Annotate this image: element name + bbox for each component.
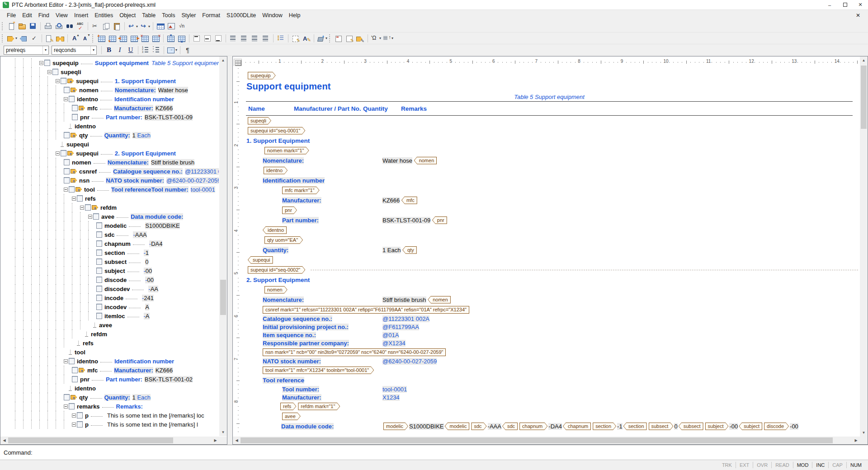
tree-row-chapnum[interactable]: chapnum-DA4 [0, 239, 219, 248]
find-button[interactable] [64, 21, 75, 31]
insert-row-above-button[interactable] [96, 33, 107, 43]
scroll-left-icon[interactable]: ◀ [233, 437, 241, 444]
tree-row-p[interactable]: pThis is some text in the [/remarks] l [0, 420, 219, 429]
menu-entities[interactable]: Entities [91, 11, 116, 19]
open-tag-modelic[interactable]: modelic [383, 423, 408, 430]
close-tag-identno[interactable]: identno [263, 226, 287, 234]
menu-edit[interactable]: Edit [19, 11, 35, 19]
tree-row-avee[interactable]: aveeData module code: [0, 212, 219, 221]
tree-row-nomen[interactable]: nomenNomenclature:Stiff bristle brush [0, 158, 219, 167]
scroll-up-icon[interactable]: ▲ [219, 56, 227, 64]
menu-format[interactable]: Format [199, 11, 223, 19]
tree-row-refdm[interactable]: refdm [0, 203, 219, 212]
tree-row-itemloc[interactable]: itemloc-A [0, 311, 219, 320]
toolbar-grip[interactable] [2, 34, 4, 42]
close-tag-nomen[interactable]: nomen [428, 296, 451, 304]
menu-object[interactable]: Object [116, 11, 139, 19]
spell-check-button[interactable] [75, 21, 86, 31]
underline-button[interactable]: U [125, 45, 136, 55]
numbered-list-button[interactable] [140, 45, 151, 55]
edit-tag-button[interactable] [18, 33, 29, 43]
decrease-font-button[interactable] [80, 33, 91, 43]
scroll-down-icon[interactable]: ▼ [860, 429, 868, 437]
open-tag-supequi[interactable]: supequi id="seq-0001" [248, 127, 305, 135]
tree-row-mfc[interactable]: mfcManufacturer:KZ666 [0, 366, 219, 375]
scroll-right-icon[interactable]: ▶ [212, 437, 219, 444]
open-tag-supeqli[interactable]: supeqli [248, 117, 271, 125]
collapse-icon[interactable] [80, 206, 84, 210]
open-tag-subsect[interactable]: subsect [649, 423, 674, 430]
undo-button[interactable]: ▾ [127, 21, 139, 31]
tree-row-tool[interactable]: tool [0, 348, 219, 357]
doc-horizontal-scrollbar[interactable]: ◀ ▶ [233, 437, 860, 444]
open-tag-section[interactable]: section [593, 423, 616, 430]
tree-row-pnr[interactable]: pnrPart number:BSK-TLST-001-02 [0, 375, 219, 384]
close-tag-qty[interactable]: qty [402, 246, 417, 254]
window-remove-button[interactable] [333, 33, 344, 43]
tree-row-supequi[interactable]: supequi1. Support Equipment [0, 76, 219, 85]
print-button[interactable] [42, 21, 53, 31]
tree-row-qty[interactable]: qtyQuantity:1 Each [0, 131, 219, 140]
tree-row-subject[interactable]: subject-00 [0, 266, 219, 275]
panel-splitter[interactable] [227, 56, 232, 445]
toolbar-grip[interactable] [329, 34, 331, 42]
open-tag-mfc[interactable]: mfc mark="1" [282, 187, 320, 194]
open-tag-csnref[interactable]: csnref mark="1" refcsn="11223301 002A" r… [263, 306, 469, 314]
close-tag-subsect[interactable]: subsect [679, 423, 703, 430]
open-tag-nomen[interactable]: nomen [264, 286, 288, 294]
indent-button[interactable]: ▾ [166, 45, 178, 55]
open-tag-sdc[interactable]: sdc [471, 423, 486, 430]
italic-button[interactable]: I [114, 45, 125, 55]
merge-up-button[interactable] [176, 33, 187, 43]
open-tag-nomen[interactable]: nomen mark="1" [264, 147, 309, 155]
scroll-right-icon[interactable]: ▶ [852, 437, 860, 444]
align-justify-button[interactable] [260, 33, 271, 43]
collapse-icon[interactable] [64, 359, 68, 363]
tree-row-refs[interactable]: refs [0, 194, 219, 203]
scroll-up-icon[interactable]: ▲ [860, 56, 868, 64]
collapse-icon[interactable] [72, 414, 76, 418]
new-document-button[interactable] [6, 21, 17, 31]
save-button[interactable] [28, 21, 38, 31]
doc-vscroll-thumb[interactable] [861, 66, 867, 129]
open-tag-tool[interactable]: tool mark="1" mfc="X1234" toolnbr="tool-… [263, 367, 374, 374]
menu-s1000dlite[interactable]: S1000DLite [223, 11, 259, 19]
menu-insert[interactable]: Insert [71, 11, 91, 19]
tree-hscroll-thumb[interactable] [8, 437, 173, 443]
check-completeness-button[interactable] [29, 33, 40, 43]
tree-row-sdc[interactable]: sdc-AAA [0, 230, 219, 239]
tree-row-identno[interactable]: identno [0, 384, 219, 393]
tree-row-identno[interactable]: identno [0, 122, 219, 131]
context-select[interactable]: reqconds ▾ [52, 46, 97, 55]
bullet-list-button[interactable] [151, 45, 162, 55]
tree-row-qty[interactable]: qtyQuantity:1 Each [0, 393, 219, 402]
element-select[interactable]: prelreqs ▾ [4, 46, 49, 55]
doc-vertical-scrollbar[interactable]: ▲ ▼ [860, 56, 868, 437]
copy-button[interactable] [101, 21, 112, 31]
open-tag-discode[interactable]: discode [764, 423, 789, 430]
close-tag-pnr[interactable]: pnr [432, 216, 447, 224]
align-right-button[interactable] [250, 33, 260, 43]
open-tag-refs[interactable]: refs [280, 403, 296, 410]
tree-row-modelic[interactable]: modelicS1000DBIKE [0, 221, 219, 230]
open-tag-supequi[interactable]: supequi id="seq-0002" [248, 266, 305, 274]
align-left-button[interactable] [228, 33, 239, 43]
cut-button[interactable] [90, 21, 101, 31]
close-tag-supequi[interactable]: supequi [248, 256, 273, 264]
document-content[interactable]: supequipSupport equipmentTable 5 Support… [243, 66, 860, 437]
close-tag-sdc[interactable]: sdc [502, 423, 518, 430]
menu-tools[interactable]: Tools [159, 11, 178, 19]
close-tag-chapnum[interactable]: chapnum [563, 423, 591, 430]
menu-help[interactable]: Help [286, 11, 304, 19]
insert-row-below-button[interactable] [107, 33, 118, 43]
close-tag-nomen[interactable]: nomen [414, 157, 437, 164]
close-tag-section[interactable]: section [623, 423, 647, 430]
open-tag-avee[interactable]: avee [282, 413, 301, 420]
print-preview-button[interactable] [53, 21, 64, 31]
table-grid-icon[interactable] [234, 59, 242, 66]
collapse-icon[interactable] [56, 79, 60, 83]
tree-vscroll-thumb[interactable] [220, 280, 226, 315]
tree-row-p[interactable]: pThis is some text in the [/remarks] loc [0, 411, 219, 420]
merge-down-button[interactable] [165, 33, 176, 43]
paste-button[interactable] [112, 21, 123, 31]
